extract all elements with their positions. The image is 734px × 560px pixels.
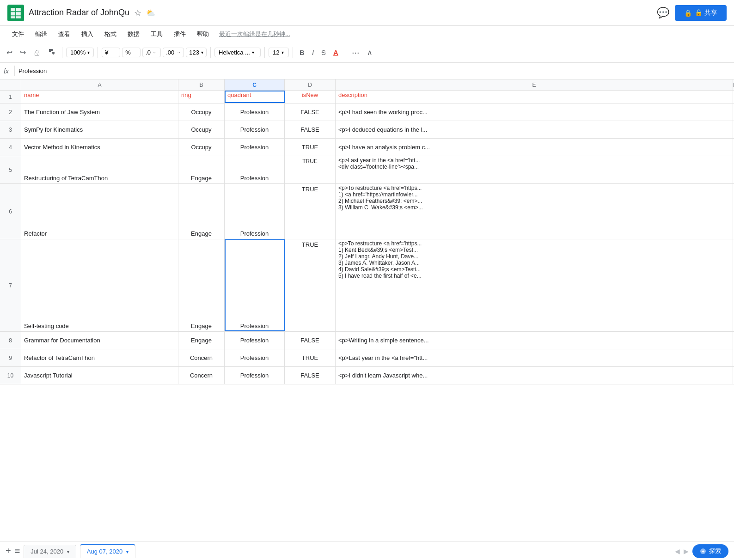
cell-a2[interactable]: The Function of Jaw System [21,103,178,121]
currency-button[interactable]: ¥ [102,48,120,57]
undo-button[interactable]: ↩ [4,46,15,59]
redo-button[interactable]: ↪ [17,46,29,59]
cell-e3[interactable]: <p>I deduced equations in the l... [336,121,733,138]
cell-c10[interactable]: Profession [225,367,285,384]
cell-e1[interactable]: description [336,91,733,103]
col-header-d[interactable]: D [285,79,336,90]
cell-b1[interactable]: ring [178,91,225,103]
explore-icon: ✦ [700,548,706,554]
cell-c3[interactable]: Profession [225,121,285,138]
menu-view[interactable]: 查看 [54,28,75,40]
cell-c2[interactable]: Profession [225,103,285,121]
bold-button[interactable]: B [297,47,307,58]
cell-a1[interactable]: name [21,91,178,103]
text-color-button[interactable]: A [330,47,341,59]
more-toolbar-button[interactable]: ··· [349,45,362,60]
print-button[interactable]: 🖨 [31,47,43,59]
cell-c1[interactable]: quadrant [225,91,285,103]
cell-b10[interactable]: Concern [178,367,225,384]
cell-a10[interactable]: Javascript Tutorial [21,367,178,384]
more-formats-button[interactable]: 123 ▾ [186,48,207,57]
cell-b8[interactable]: Engage [178,332,225,349]
cell-d3[interactable]: FALSE [285,121,336,138]
menu-addons[interactable]: 插件 [169,28,190,40]
cell-e2[interactable]: <p>I had seen the working proc... [336,103,733,121]
cell-a3[interactable]: SymPy for Kinematics [21,121,178,138]
star-icon[interactable]: ☆ [134,8,141,18]
decimal-plus-button[interactable]: .00→ [163,48,184,57]
cell-a4[interactable]: Vector Method in Kinematics [21,139,178,156]
cell-e8[interactable]: <p>Writing in a simple sentence... [336,332,733,349]
paint-format-button[interactable] [45,46,58,59]
zoom-selector[interactable]: 100% ▾ [66,48,94,57]
cell-e5[interactable]: <p>Last year in the <a href='htt... <div… [336,156,733,183]
menu-edit[interactable]: 编辑 [31,28,52,40]
cell-d8[interactable]: FALSE [285,332,336,349]
cell-c8[interactable]: Profession [225,332,285,349]
decimal-minus-button[interactable]: .0← [142,48,161,57]
formula-content[interactable]: Profession [14,66,730,76]
cell-b5[interactable]: Engage [178,156,225,183]
cell-d2[interactable]: FALSE [285,103,336,121]
cell-d4[interactable]: TRUE [285,139,336,156]
cell-e10[interactable]: <p>I didn't learn Javascript whe... [336,367,733,384]
cell-a9[interactable]: Refactor of TetraCamThon [21,349,178,366]
cell-e7[interactable]: <p>To restructure <a href='https... 1) K… [336,239,733,331]
scroll-left-icon[interactable]: ◀ [675,548,680,555]
comment-icon[interactable]: 💬 [657,7,669,19]
cell-d1[interactable]: isNew [285,91,336,103]
explore-button[interactable]: ✦ 探索 [692,544,728,558]
menu-insert[interactable]: 插入 [77,28,98,40]
cell-b9[interactable]: Concern [178,349,225,366]
cell-e9[interactable]: <p>Last year in the <a href="htt... [336,349,733,366]
add-sheet-button[interactable]: + [6,546,11,556]
cell-b3[interactable]: Occupy [178,121,225,138]
col-header-a[interactable]: A [21,79,178,90]
menu-tools[interactable]: 工具 [146,28,167,40]
cell-c4[interactable]: Profession [225,139,285,156]
cell-c6[interactable]: Profession [225,184,285,239]
cell-a8[interactable]: Grammar for Documentation [21,332,178,349]
tab-jul-2020[interactable]: Jul 24, 2020 ▾ [24,545,76,558]
cell-e4[interactable]: <p>I have an analysis problem c... [336,139,733,156]
scroll-right-icon[interactable]: ▶ [684,548,689,555]
cell-d7[interactable]: TRUE [285,239,336,331]
cell-c9[interactable]: Profession [225,349,285,366]
cell-d5[interactable]: TRUE [285,156,336,183]
cell-b6[interactable]: Engage [178,184,225,239]
col-header-b[interactable]: B [178,79,225,90]
tab-aug-2020[interactable]: Aug 07, 2020 ▾ [80,544,135,558]
cell-e6[interactable]: <p>To restructure <a href='https... 1) <… [336,184,733,239]
toolbar: ↩ ↪ 🖨 100% ▾ ¥ % .0← .00→ 123 ▾ Helvetic… [0,43,734,63]
menu-file[interactable]: 文件 [7,28,29,40]
cell-d10[interactable]: FALSE [285,367,336,384]
cell-a5[interactable]: Restructuring of TetraCamThon [21,156,178,183]
menu-data[interactable]: 数据 [123,28,144,40]
toolbar-sep-5 [293,47,293,58]
cell-b7[interactable]: Engage [178,239,225,331]
font-size-selector[interactable]: 12 ▾ [269,48,289,57]
menu-help[interactable]: 帮助 [192,28,214,40]
svg-rect-1 [11,8,15,11]
paint-format-icon [48,48,55,55]
cell-b4[interactable]: Occupy [178,139,225,156]
cell-a6[interactable]: Refactor [21,184,178,239]
menu-format[interactable]: 格式 [100,28,121,40]
cell-d9[interactable]: TRUE [285,349,336,366]
font-selector[interactable]: Helvetica ... ▾ [214,48,261,57]
cell-a7[interactable]: Self-testing code [21,239,178,331]
cell-c5[interactable]: Profession [225,156,285,183]
sheet-list-button[interactable]: ≡ [15,546,20,556]
last-edit-label[interactable]: 最近一次编辑是在几秒钟... [219,30,290,38]
italic-button[interactable]: I [309,47,317,58]
cell-c7[interactable]: Profession [225,239,285,331]
col-header-e[interactable]: E [336,79,733,90]
table-row: 2 The Function of Jaw System Occupy Prof… [0,103,734,121]
collapse-toolbar-button[interactable]: ∧ [364,46,375,59]
share-button[interactable]: 🔒 🔒 共享 [675,5,727,21]
percent-button[interactable]: % [122,48,141,57]
cell-d6[interactable]: TRUE [285,184,336,239]
strikethrough-button[interactable]: S [318,47,329,58]
col-header-c[interactable]: C [225,79,285,90]
cell-b2[interactable]: Occupy [178,103,225,121]
